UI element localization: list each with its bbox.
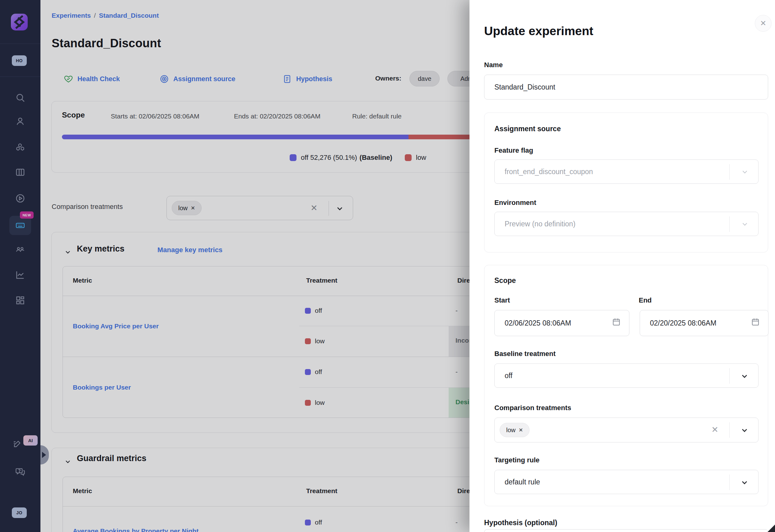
select-divider — [729, 164, 730, 180]
resize-grip-icon[interactable] — [768, 525, 775, 532]
targeting-rule-label: Targeting rule — [494, 456, 540, 464]
drawer-comparison-chip-low[interactable]: low ✕ — [500, 423, 530, 437]
chevron-down-icon[interactable] — [740, 426, 749, 435]
chevron-down-icon — [741, 220, 749, 228]
modal-dim-overlay[interactable] — [0, 0, 470, 532]
calendar-icon[interactable] — [612, 317, 621, 326]
clear-selection-icon[interactable]: ✕ — [711, 425, 718, 435]
targeting-rule-select[interactable]: default rule — [494, 470, 759, 494]
start-date-value: 02/06/2025 08:06AM — [505, 319, 571, 327]
assignment-source-title: Assignment source — [494, 125, 561, 133]
select-divider — [729, 474, 730, 490]
baseline-treatment-select[interactable]: off — [494, 363, 759, 388]
baseline-treatment-value: off — [505, 364, 513, 387]
targeting-rule-value: default rule — [505, 470, 540, 494]
hypothesis-textarea[interactable] — [484, 529, 768, 532]
select-divider — [729, 422, 730, 438]
app-root: Experiments/Standard_Discount Standard_D… — [0, 0, 775, 532]
drawer-comparison-label: Comparison treatments — [494, 404, 571, 412]
environment-label: Environment — [494, 199, 536, 207]
select-divider — [729, 368, 730, 384]
name-input-value: Standard_Discount — [494, 83, 555, 91]
baseline-treatment-label: Baseline treatment — [494, 350, 556, 358]
chip-remove-icon[interactable]: ✕ — [519, 427, 523, 433]
drawer-title: Update experiment — [484, 24, 593, 38]
end-date-input[interactable]: 02/20/2025 08:06AM — [640, 310, 768, 336]
start-date-input[interactable]: 02/06/2025 08:06AM — [494, 310, 629, 336]
drawer-scope-title: Scope — [494, 276, 516, 285]
environment-select: Preview (no definition) — [494, 212, 759, 236]
chevron-down-icon[interactable] — [740, 372, 749, 381]
close-icon[interactable]: ✕ — [755, 15, 772, 32]
feature-flag-select: front_end_discount_coupon — [494, 160, 759, 184]
feature-flag-value: front_end_discount_coupon — [505, 160, 593, 183]
name-input[interactable]: Standard_Discount — [484, 75, 768, 99]
end-date-value: 02/20/2025 08:06AM — [650, 319, 717, 327]
calendar-icon[interactable] — [751, 317, 760, 326]
hypothesis-optional-label: Hypothesis (optional) — [484, 519, 557, 527]
start-label: Start — [494, 296, 510, 304]
select-divider — [729, 216, 730, 232]
drawer-comparison-chip-label: low — [506, 427, 516, 434]
environment-value: Preview (no definition) — [505, 212, 576, 236]
chevron-down-icon — [741, 168, 749, 176]
drawer-scope-card: Scope Start End 02/06/2025 08:06AM 02/20… — [484, 265, 768, 506]
assignment-source-card: Assignment source Feature flag front_end… — [484, 113, 768, 252]
end-label: End — [639, 296, 652, 304]
chevron-down-icon[interactable] — [740, 478, 749, 487]
feature-flag-label: Feature flag — [494, 146, 533, 155]
update-experiment-drawer: ✕ Update experiment Name Standard_Discou… — [470, 0, 775, 532]
drawer-comparison-select[interactable]: low ✕ ✕ — [494, 418, 759, 442]
name-label: Name — [484, 61, 503, 69]
